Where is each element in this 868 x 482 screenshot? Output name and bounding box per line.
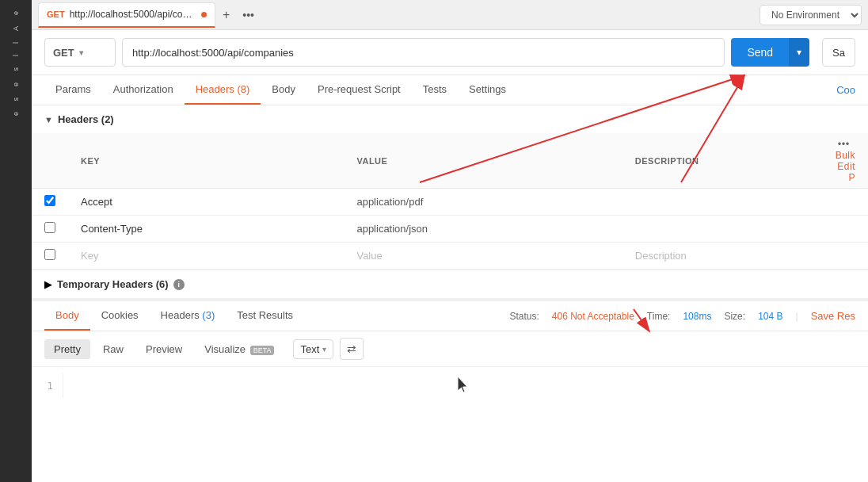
header-checkbox-1[interactable]	[44, 195, 55, 206]
tab-authorization[interactable]: Authorization	[102, 75, 185, 105]
header-actions-2	[823, 216, 868, 243]
tab-body[interactable]: Body	[261, 75, 306, 105]
send-dropdown-button[interactable]: ▾	[789, 38, 809, 67]
sidebar-item-4[interactable]: l	[12, 50, 20, 61]
header-actions-new	[823, 243, 868, 270]
tab-tests[interactable]: Tests	[412, 75, 458, 105]
line-numbers: 1	[32, 373, 63, 398]
new-tab-button[interactable]: +	[215, 4, 238, 26]
col-key: KEY	[68, 133, 344, 189]
bulk-edit-button[interactable]: Bulk Edit	[836, 150, 855, 172]
request-tab[interactable]: GET http://localhost:5000/api/comp...	[38, 2, 215, 28]
sidebar-item-8[interactable]: e	[12, 107, 20, 120]
send-button[interactable]: Send	[731, 38, 789, 67]
response-type-label: Text	[300, 343, 319, 355]
col-value: VALUE	[344, 133, 622, 189]
header-value-1: application/pdf	[344, 189, 622, 216]
raw-format-button[interactable]: Raw	[93, 339, 133, 359]
response-type-arrow: ▾	[322, 345, 326, 354]
sidebar-item-2[interactable]: A	[12, 21, 20, 36]
tab-modified-dot	[201, 12, 207, 17]
header-actions-1	[823, 189, 868, 216]
header-desc-new: Description	[622, 243, 823, 270]
sidebar-item-7[interactable]: s	[12, 93, 20, 106]
response-section: Body Cookies Headers (3) Test Results St…	[32, 298, 868, 404]
response-type-select[interactable]: Text ▾	[293, 339, 333, 359]
preset-button[interactable]: P	[848, 172, 855, 183]
visualize-format-button[interactable]: Visualize BETA	[195, 339, 284, 359]
col-actions: ••• Bulk Edit P	[823, 133, 868, 189]
left-sidebar: e A l l s e s e	[0, 0, 32, 482]
request-bar: GET ▾ Send ▾ Sa	[32, 30, 868, 75]
header-desc-2	[622, 216, 823, 243]
sidebar-item-3[interactable]: l	[12, 37, 20, 48]
temp-headers-row[interactable]: ▶ Temporary Headers (6) i	[32, 270, 868, 298]
tab-settings[interactable]: Settings	[458, 75, 517, 105]
header-checkbox-new[interactable]	[44, 249, 55, 260]
tab-url: http://localhost:5000/api/comp...	[70, 9, 196, 20]
size-value: 104 B	[758, 311, 782, 322]
col-description: DESCRIPTION	[622, 133, 823, 189]
status-label: Status:	[509, 311, 539, 322]
headers-title-label: Headers (2)	[58, 113, 114, 125]
method-label: GET	[53, 47, 74, 59]
main-area: GET http://localhost:5000/api/comp... + …	[32, 0, 868, 482]
response-body: 1	[32, 367, 868, 404]
section-toggle-icon: ▼	[44, 115, 53, 124]
save-response-button[interactable]: Save Res	[811, 310, 855, 322]
environment-select[interactable]: No Environment	[760, 5, 862, 25]
dots-button[interactable]: •••	[838, 138, 850, 150]
headers-table: KEY VALUE DESCRIPTION ••• Bulk Edit P	[32, 133, 868, 270]
method-select[interactable]: GET ▾	[44, 38, 116, 67]
tab-headers[interactable]: Headers (8)	[185, 75, 261, 105]
tab-prerequest[interactable]: Pre-request Script	[306, 75, 412, 105]
header-checkbox-2[interactable]	[44, 222, 55, 233]
header-row-1: Accept application/pdf	[32, 189, 868, 216]
header-value-new: Value	[344, 243, 622, 270]
headers-section-title[interactable]: ▼ Headers (2)	[32, 105, 868, 133]
resp-tab-test-results[interactable]: Test Results	[226, 301, 304, 331]
tab-params[interactable]: Params	[44, 75, 102, 105]
sidebar-item-6[interactable]: e	[12, 78, 20, 91]
header-key-1: Accept	[68, 189, 344, 216]
headers-section: ▼ Headers (2) KEY VALUE DESCRIPTION ••• …	[32, 105, 868, 298]
wrap-icon: ⇄	[347, 342, 356, 355]
resp-tab-headers[interactable]: Headers (3)	[150, 301, 227, 331]
sidebar-item-1[interactable]: e	[12, 6, 20, 20]
status-info: Status: 406 Not Acceptable Time: 108ms S…	[509, 310, 855, 322]
save-button[interactable]: Sa	[822, 38, 855, 67]
time-label: Time:	[647, 311, 671, 322]
header-desc-1	[622, 189, 823, 216]
temp-headers-title: Temporary Headers (6)	[57, 278, 169, 290]
tab-method: GET	[47, 10, 65, 19]
more-tabs-button[interactable]: •••	[238, 4, 260, 26]
size-label: Size:	[724, 311, 745, 322]
time-value: 108ms	[683, 311, 711, 322]
wrap-button[interactable]: ⇄	[340, 338, 364, 360]
cookies-link[interactable]: Coo	[836, 84, 855, 96]
send-button-group: Send ▾	[731, 38, 809, 67]
response-tabs-row: Body Cookies Headers (3) Test Results St…	[32, 301, 868, 331]
col-checkbox	[32, 133, 68, 189]
resp-tab-body[interactable]: Body	[44, 301, 90, 331]
header-value-2: application/json	[344, 216, 622, 243]
sidebar-item-5[interactable]: s	[12, 63, 20, 76]
request-tabs: Params Authorization Headers (8) Body Pr…	[32, 75, 868, 105]
url-input[interactable]	[122, 38, 725, 67]
pretty-format-button[interactable]: Pretty	[44, 339, 90, 359]
method-dropdown-arrow: ▾	[79, 48, 83, 57]
resp-tab-cookies[interactable]: Cookies	[90, 301, 150, 331]
header-row-new: Key Value Description	[32, 243, 868, 270]
response-toolbar: Pretty Raw Preview Visualize BETA Text ▾…	[32, 331, 868, 367]
header-key-2: Content-Type	[68, 216, 344, 243]
preview-format-button[interactable]: Preview	[136, 339, 192, 359]
header-row-2: Content-Type application/json	[32, 216, 868, 243]
response-code	[63, 373, 82, 398]
temp-toggle-icon: ▶	[44, 278, 52, 290]
info-icon: i	[173, 279, 185, 290]
header-key-new: Key	[68, 243, 344, 270]
page-wrapper: e A l l s e s e GET http://localhost:500…	[0, 0, 868, 482]
status-value: 406 Not Acceptable	[552, 311, 634, 322]
